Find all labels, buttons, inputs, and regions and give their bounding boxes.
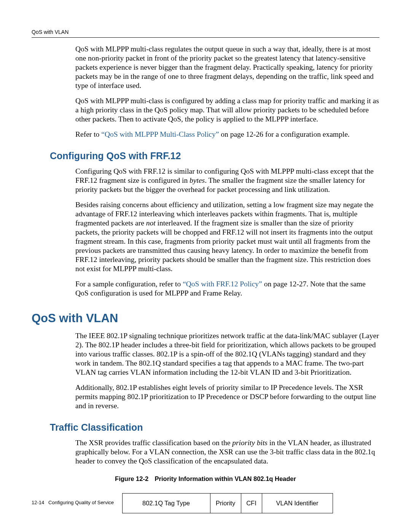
intro-paragraph-1: QoS with MLPPP multi-class regulates the… bbox=[75, 45, 379, 90]
traffic-paragraph-1: The XSR provides traffic classification … bbox=[75, 438, 379, 466]
heading-qos-with-vlan: QoS with VLAN bbox=[32, 312, 379, 325]
cell-priority: Priority bbox=[210, 494, 241, 513]
text-fragment: Refer to bbox=[75, 130, 101, 138]
figure-caption: Figure 12-2 Priority Information within … bbox=[32, 475, 379, 482]
frf-paragraph-1: Configuring QoS with FRF.12 is similar t… bbox=[75, 167, 379, 194]
emphasis-priority-bits: priority bits bbox=[232, 439, 268, 447]
heading-traffic-classification: Traffic Classification bbox=[50, 422, 379, 433]
frf-paragraph-3: For a sample configuration, refer to “Qo… bbox=[75, 280, 379, 298]
footer-page-number: 12-14 bbox=[32, 500, 44, 505]
cell-tag-type: 802.1Q Tag Type bbox=[122, 494, 210, 513]
cell-vlan-identifier: VLAN Identifier bbox=[262, 494, 333, 513]
vlan-header-diagram: 802.1Q Tag Type Priority CFI VLAN Identi… bbox=[122, 493, 333, 513]
text-fragment: For a sample configuration, refer to bbox=[75, 280, 183, 288]
page: QoS with VLAN QoS with MLPPP multi-class… bbox=[0, 0, 411, 532]
heading-configuring-qos-frf12: Configuring QoS with FRF.12 bbox=[50, 150, 379, 161]
intro-paragraph-2: QoS with MLPPP multi-class is configured… bbox=[75, 96, 379, 124]
vlan-paragraph-1: The IEEE 802.1P signaling technique prio… bbox=[75, 331, 379, 377]
running-head: QoS with VLAN bbox=[32, 29, 379, 35]
link-qos-mlppp-policy[interactable]: “QoS with MLPPP Multi-Class Policy” bbox=[101, 130, 219, 138]
cell-cfi: CFI bbox=[241, 494, 262, 513]
vlan-paragraph-2: Additionally, 802.1P establishes eight l… bbox=[75, 383, 379, 411]
frf-paragraph-2: Besides raising concerns about efficienc… bbox=[75, 200, 379, 273]
table-row: 802.1Q Tag Type Priority CFI VLAN Identi… bbox=[122, 494, 333, 513]
emphasis-bytes: bytes bbox=[190, 176, 205, 184]
footer-chapter-title: Configuring Quality of Service bbox=[48, 500, 114, 505]
page-footer: 12-14 Configuring Quality of Service bbox=[32, 500, 114, 505]
text-fragment: on page 12-26 for a configuration exampl… bbox=[219, 130, 349, 138]
link-qos-frf12-policy[interactable]: “QoS with FRF.12 Policy” bbox=[183, 280, 262, 288]
figure-wrap: 802.1Q Tag Type Priority CFI VLAN Identi… bbox=[75, 493, 379, 513]
header-rule bbox=[32, 37, 379, 38]
intro-paragraph-3: Refer to “QoS with MLPPP Multi-Class Pol… bbox=[75, 130, 379, 139]
emphasis-not: not bbox=[146, 219, 156, 227]
text-fragment: The XSR provides traffic classification … bbox=[75, 439, 232, 447]
